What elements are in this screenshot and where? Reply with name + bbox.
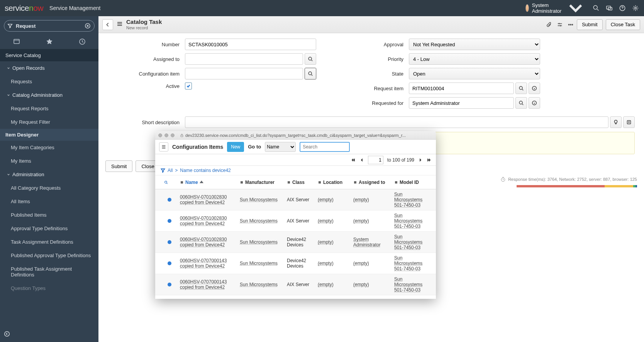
- funnel-icon[interactable]: [161, 168, 165, 173]
- row-mfr-link[interactable]: Sun Microsystems: [240, 282, 278, 287]
- table-row[interactable]: 0060HSV-0707000143 copied from Device42 …: [155, 274, 436, 295]
- minimize-window-icon[interactable]: [164, 133, 168, 137]
- row-model-link[interactable]: Sun Microsystems 501-7450-03: [394, 234, 422, 250]
- col-manufacturer[interactable]: Manufacturer: [237, 177, 284, 187]
- row-name-link[interactable]: 0060HSV-0701002830 copied from Device42: [180, 216, 227, 226]
- first-page-icon[interactable]: [351, 158, 356, 162]
- row-mfr-link[interactable]: Sun Microsystems: [240, 261, 278, 266]
- row-model-link[interactable]: Sun Microsystems 501-7450-03: [394, 276, 422, 293]
- last-page-icon[interactable]: [427, 158, 431, 162]
- col-model-id[interactable]: Model ID: [391, 177, 425, 187]
- sidebar-section-service-catalog[interactable]: Service Catalog: [0, 49, 98, 61]
- col-class[interactable]: Class: [284, 177, 315, 187]
- config-item-field[interactable]: [185, 68, 303, 79]
- row-mfr-link[interactable]: Sun Microsystems: [240, 239, 278, 245]
- back-button[interactable]: [102, 19, 113, 30]
- nav-tab-apps[interactable]: [0, 34, 33, 49]
- row-loc-link[interactable]: (empty): [318, 197, 334, 202]
- suggestion-icon[interactable]: [610, 116, 622, 128]
- request-item-info[interactable]: [529, 83, 540, 94]
- goto-field-select[interactable]: Name: [265, 142, 296, 152]
- popup-menu-icon[interactable]: [159, 142, 168, 152]
- state-select[interactable]: Open: [409, 68, 540, 79]
- row-assign-link[interactable]: (empty): [353, 261, 369, 266]
- new-button[interactable]: New: [227, 142, 244, 152]
- priority-select[interactable]: 4 - Low: [409, 53, 540, 65]
- filter-navigator[interactable]: Request: [4, 20, 95, 32]
- table-row[interactable]: 0060HSV-0701002830 copied from Device42 …: [155, 189, 436, 211]
- requested-for-lookup[interactable]: [515, 97, 527, 109]
- row-mfr-link[interactable]: Sun Microsystems: [240, 218, 278, 224]
- search-icon[interactable]: [592, 4, 600, 12]
- prev-page-icon[interactable]: [359, 158, 364, 162]
- request-item-lookup[interactable]: [515, 83, 527, 94]
- sidebar-section-item-designer[interactable]: Item Designer: [0, 129, 98, 141]
- close-window-icon[interactable]: [158, 133, 162, 137]
- row-assign-link[interactable]: (empty): [353, 218, 369, 224]
- page-number-input[interactable]: [368, 156, 383, 164]
- filter-condition-link[interactable]: Name contains device42: [180, 168, 230, 173]
- config-item-lookup[interactable]: [305, 68, 316, 79]
- row-model-link[interactable]: Sun Microsystems 501-7450-03: [394, 192, 422, 208]
- sidebar-item-open-records[interactable]: Open Records: [0, 61, 98, 75]
- sidebar-item-request-reports[interactable]: Request Reports: [0, 102, 98, 115]
- help-icon[interactable]: [619, 4, 626, 12]
- row-name-link[interactable]: 0060HSV-0707000143 copied from Device42: [180, 258, 227, 269]
- filter-all-link[interactable]: All: [168, 168, 173, 173]
- row-name-link[interactable]: 0060HSV-0701002830 copied from Device42: [180, 194, 227, 205]
- sidebar-item-task-assignment-defs[interactable]: Task Assignment Definitions: [0, 235, 98, 249]
- popup-search-input[interactable]: [300, 142, 350, 152]
- sidebar-collapse-button[interactable]: [0, 327, 98, 342]
- popup-titlebar[interactable]: dev23230.service-now.com/cmdb_ci_list.do…: [155, 131, 436, 140]
- clear-filter-icon[interactable]: [84, 22, 91, 29]
- sidebar-item-pub-approval-defs[interactable]: Published Approval Type Definitions: [0, 249, 98, 262]
- sidebar-item-approval-type-defs[interactable]: Approval Type Definitions: [0, 222, 98, 235]
- assigned-to-field[interactable]: [185, 53, 303, 65]
- chat-icon[interactable]: [605, 4, 613, 12]
- row-loc-link[interactable]: (empty): [318, 282, 334, 287]
- short-desc-field[interactable]: [185, 116, 608, 128]
- row-mfr-link[interactable]: Sun Microsystems: [240, 197, 278, 202]
- submit-button-bottom[interactable]: Submit: [105, 160, 132, 172]
- row-assign-link[interactable]: System Administrator: [353, 237, 381, 248]
- row-loc-link[interactable]: (empty): [318, 218, 334, 224]
- sidebar-item-my-items[interactable]: My Items: [0, 154, 98, 168]
- requested-for-info[interactable]: [529, 97, 540, 109]
- sidebar-item-pub-task-defs[interactable]: Published Task Assignment Definitions: [0, 262, 98, 281]
- sidebar-item-my-request-filter[interactable]: My Request Filter: [0, 115, 98, 129]
- personalize-icon[interactable]: [557, 22, 563, 28]
- row-model-link[interactable]: Sun Microsystems 501-7450-03: [394, 255, 422, 271]
- nav-tab-favorites[interactable]: [33, 34, 66, 49]
- row-assign-link[interactable]: (empty): [353, 197, 369, 202]
- nav-tab-history[interactable]: [66, 34, 98, 49]
- gear-icon[interactable]: [632, 4, 639, 12]
- row-loc-link[interactable]: (empty): [318, 261, 334, 266]
- next-page-icon[interactable]: [418, 158, 423, 162]
- request-item-field[interactable]: [409, 83, 514, 94]
- knowledge-icon[interactable]: [623, 116, 635, 128]
- col-name[interactable]: Name: [177, 177, 237, 187]
- sidebar-item-catalog-admin[interactable]: Catalog Administration: [0, 88, 98, 102]
- sidebar-item-all-category-requests[interactable]: All Category Requests: [0, 181, 98, 195]
- approval-select[interactable]: Not Yet Requested: [409, 39, 540, 50]
- close-task-button[interactable]: Close Task: [606, 19, 640, 30]
- attachment-icon[interactable]: [546, 22, 552, 28]
- assigned-to-lookup[interactable]: [305, 53, 316, 65]
- row-loc-link[interactable]: (empty): [318, 239, 334, 245]
- sidebar-item-requests[interactable]: Requests: [0, 75, 98, 88]
- form-menu-icon[interactable]: [116, 20, 123, 29]
- more-icon[interactable]: [568, 22, 574, 28]
- active-checkbox[interactable]: [185, 83, 192, 89]
- sidebar-item-my-item-categories[interactable]: My Item Categories: [0, 141, 98, 154]
- number-field[interactable]: [185, 39, 316, 50]
- table-row[interactable]: 0060HSV-0701002830 copied from Device42 …: [155, 211, 436, 232]
- zoom-window-icon[interactable]: [171, 133, 175, 137]
- table-row[interactable]: 0060HSV-0701002830 copied from Device42 …: [155, 232, 436, 253]
- sidebar-item-published-items[interactable]: Published Items: [0, 208, 98, 222]
- row-model-link[interactable]: Sun Microsystems 501-7450-03: [394, 213, 422, 229]
- row-name-link[interactable]: 0060HSV-0707000143 copied from Device42: [180, 279, 227, 290]
- requested-for-field[interactable]: [409, 97, 514, 109]
- col-assigned-to[interactable]: Assigned to: [350, 177, 391, 187]
- table-search-icon[interactable]: [155, 178, 177, 187]
- sidebar-item-question-types[interactable]: Question Types: [0, 281, 98, 295]
